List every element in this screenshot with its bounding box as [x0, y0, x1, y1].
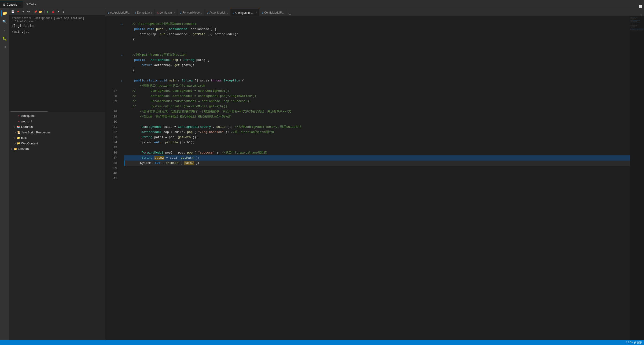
line-num-blank-10 [105, 63, 117, 68]
tabs-overflow-btn[interactable]: » [287, 13, 292, 16]
tab-tasks-label: Tasks [29, 3, 36, 6]
toolbar-sep-1 [32, 10, 32, 13]
kw-void-2: void [160, 79, 167, 82]
code-line-comment-actionmodel: // ActionModel actionModel = configModel… [124, 94, 630, 99]
status-bar-text: CSDN 桌秘密 [626, 341, 642, 344]
tree-item-servers[interactable]: ▷ 📂 Servers [9, 146, 105, 152]
line-num-27: 27 [105, 88, 117, 94]
gutter-3 [120, 27, 124, 32]
path2-highlight-1: path2 [154, 156, 164, 160]
code-line-close-pop: } [124, 68, 630, 73]
gutter-23 [120, 130, 124, 135]
tree-item-build[interactable]: ▷ 📁 build [9, 135, 105, 141]
kw-return: return [142, 64, 152, 67]
tab-tasks[interactable]: ☑ Tasks [23, 1, 39, 8]
gutter-31 [120, 171, 124, 176]
method-println-2: println [166, 161, 178, 165]
code-line-39 [124, 166, 630, 171]
method-pop-call: pop [187, 130, 192, 134]
kw-throws: throws [211, 79, 222, 82]
type-actionmodel-1: ActionModel [169, 28, 189, 31]
kw-public-2: public [134, 58, 145, 62]
code-content[interactable]: // 在configModel中能够添加actionModel public v… [124, 16, 630, 340]
line-num-blank-5 [105, 37, 117, 42]
java-icon-3: J [180, 11, 182, 14]
editor-tab-forwardmodel[interactable]: J ForwardMode... [178, 9, 205, 16]
tree-item-web-xml[interactable]: ✦ web.xml [9, 119, 105, 124]
build-folder-icon: 📁 [17, 136, 20, 140]
method-push: push [156, 28, 164, 31]
activity-explorer[interactable]: 📁 [2, 10, 8, 16]
gutter-annotation-1 [120, 16, 124, 22]
tree-item-js-resources[interactable]: ▷ 📜 JavaScript Resources [9, 130, 105, 135]
method-put: put [160, 32, 165, 36]
editor-tab-config-xml[interactable]: X config.xml × [154, 9, 178, 16]
editor-tab-forwardmodel-label: ForwardMode... [182, 11, 202, 14]
code-line-main-def: public static void main ( String [] args… [124, 78, 630, 83]
tasks-icon: ☑ [26, 3, 28, 6]
editor-tab-config-label: config.xml [160, 11, 172, 14]
tree-item-webcontent[interactable]: ▷ 📁 WebContent [9, 141, 105, 146]
tab-configmodel-close-btn[interactable]: × [256, 12, 257, 14]
gutter-9 [120, 58, 124, 63]
gutter-10 [120, 63, 124, 68]
editor-tab-demo1[interactable]: J Demo1.java [132, 9, 155, 16]
gutter: ▷ ▷ ▷ [120, 16, 124, 340]
toolbar-remove-all-btn[interactable]: ✖✖ [26, 10, 30, 14]
max-restore-btn[interactable]: ⬜ [637, 5, 644, 8]
tree-item-libraries[interactable]: ▷ 📚 Libraries [9, 124, 105, 130]
tree-item-config-xml[interactable]: ✦ config.xml [9, 113, 105, 119]
editor-tab-webappmodelf[interactable]: J ebAppModelF... [105, 9, 132, 16]
kw-static: static [147, 79, 158, 82]
toolbar-pin-btn[interactable]: 📌 [34, 10, 38, 14]
toolbar-remove-btn[interactable]: ✖ [21, 10, 25, 14]
activity-git[interactable]: ⑂ [2, 27, 8, 34]
servers-folder-icon: 📂 [14, 147, 17, 151]
split-editor-btn[interactable]: ⊡ [638, 13, 644, 16]
method-pop2-call: pop [187, 151, 192, 154]
console-panel: 💾 ■ ✖ ✖✖ 📌 📂 ▶ 🐞 ▼ ⋮ <terminated> Config… [9, 8, 105, 111]
tree-item-servers-label: Servers [18, 146, 29, 151]
tab-console-close[interactable]: × [18, 3, 20, 6]
java-icon-1: J [108, 11, 109, 14]
code-line-32: ActionModel pop = build. pop ( "/loginAc… [124, 130, 630, 135]
gutter-27 [120, 150, 124, 156]
toolbar-open-btn[interactable]: 📂 [39, 10, 43, 14]
editor-tab-configmodelf[interactable]: J ConfigModelF.... [260, 9, 287, 16]
line-num-blank-14 [105, 83, 117, 88]
line-num-blank-17 [105, 104, 117, 109]
gutter-19 [120, 109, 124, 114]
tab-console[interactable]: 🖥 Console × [0, 1, 23, 8]
type-actionmodel-3: ActionModel [142, 130, 162, 134]
activity-bar: 📁 🔍 ⑂ 🐛 ⊞ [0, 8, 9, 340]
string-success: "success" [198, 151, 214, 154]
code-line-comment-println1: // System.out.println(forwardModel.getPa… [124, 104, 630, 109]
activity-debug[interactable]: 🐛 [2, 35, 8, 42]
tab-config-close-btn[interactable]: × [174, 12, 175, 14]
line-num-41: 41 [105, 176, 117, 181]
console-terminated-label: <terminated> ConfigModel [Java Applicati… [12, 16, 103, 23]
toolbar-debug-btn[interactable]: 🐞 [51, 10, 55, 14]
toolbar-stop-btn[interactable]: ■ [16, 10, 20, 14]
gutter-14 [120, 83, 124, 88]
gutter-24 [120, 135, 124, 140]
toolbar-more-btn[interactable]: ⋮ [61, 10, 66, 14]
code-line-34: System. out . println (path1); [124, 140, 630, 145]
toolbar-run-btn[interactable]: ▶ [46, 10, 50, 14]
activity-extensions[interactable]: ⊞ [2, 44, 8, 50]
toolbar-save-btn[interactable]: 💾 [11, 10, 15, 14]
toolbar-dropdown-btn[interactable]: ▼ [56, 10, 60, 14]
code-line-comment-4: //题目需求已经完成，但是我们好像忽略了一个很重要的事，我们只是将xml文件封装… [124, 109, 630, 114]
editor-tab-configmodel[interactable]: J ConfigModel.... × [230, 9, 260, 16]
editor-tab-actionmodel[interactable]: J ActionModel.... [204, 9, 230, 16]
webcontent-folder-icon: 📁 [17, 141, 20, 145]
code-line-38: System. out . println ( path2 ); [124, 160, 630, 166]
gutter-30 [120, 166, 124, 171]
xml-icon-1: X [157, 11, 158, 14]
code-line-comment-1: // 在configModel中能够添加actionModel [124, 22, 630, 27]
gutter-22 [120, 124, 124, 130]
activity-search[interactable]: 🔍 [2, 18, 8, 25]
method-pop-def: pop [172, 58, 178, 62]
gutter-32 [120, 176, 124, 181]
java-icon-2: J [134, 11, 136, 14]
